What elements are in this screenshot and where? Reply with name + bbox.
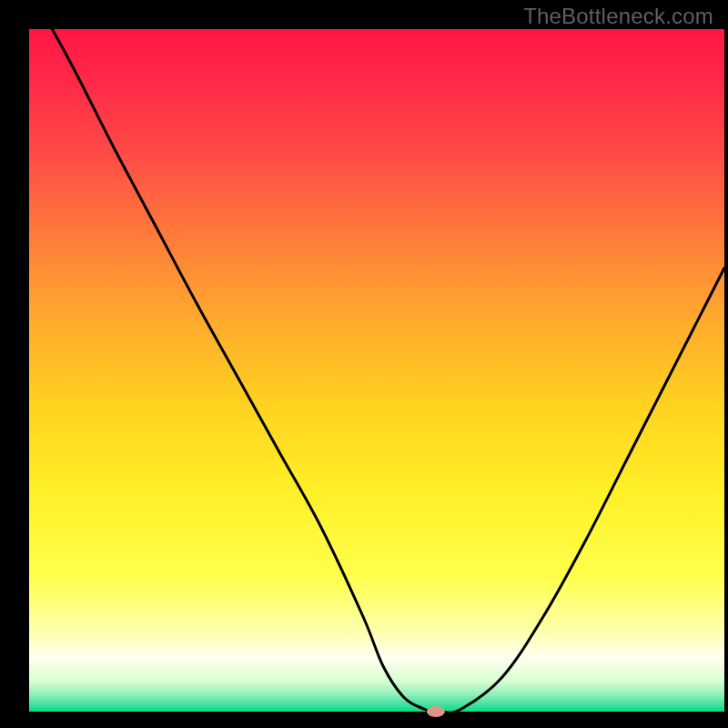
plot-background [29,29,724,712]
chart-container: TheBottleneck.com [0,0,728,728]
watermark-text: TheBottleneck.com [523,4,713,29]
bottleneck-chart [0,0,728,728]
optimal-point-marker [427,706,445,717]
